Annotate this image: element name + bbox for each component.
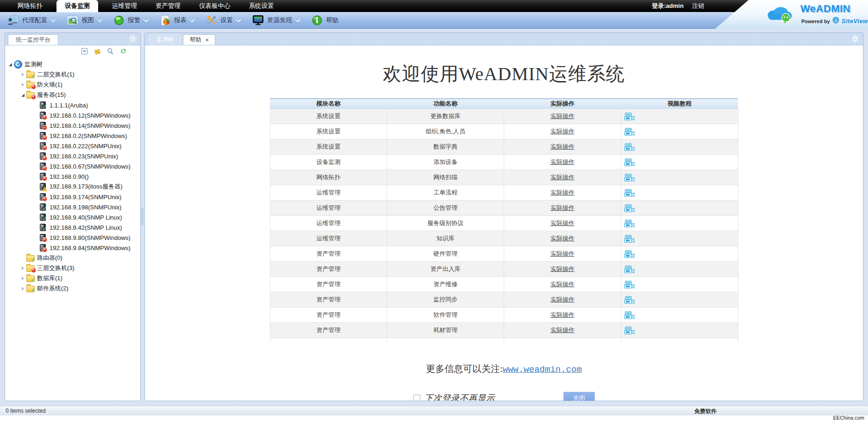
tree-item[interactable]: 192.168.9.40(SNMP Linux) (5, 212, 140, 222)
tree-item[interactable]: 192.168.9.198(SNMPUnix) (5, 202, 140, 212)
weadmin-link[interactable]: www.weadmin.com (503, 364, 582, 375)
collapse-icon[interactable] (81, 47, 88, 55)
toolbar-item-视图[interactable]: 视图 (67, 15, 101, 26)
tree-item[interactable]: 数据库(1) (5, 273, 140, 283)
video-tutorial-icon[interactable] (624, 113, 635, 120)
video-tutorial-icon[interactable] (624, 265, 635, 273)
expander-icon[interactable] (20, 92, 26, 98)
video-tutorial-icon[interactable] (624, 143, 635, 151)
video-tutorial-icon[interactable] (624, 128, 635, 136)
tab-帮助[interactable]: 帮助 (183, 34, 215, 45)
tree-item[interactable]: 监测树 (5, 59, 140, 69)
toolbar-item-设置[interactable]: 设置 (206, 15, 240, 26)
action-link[interactable]: 实际操作 (550, 327, 575, 333)
swap-arrows-icon[interactable] (94, 47, 101, 55)
panel-splitter[interactable] (141, 32, 144, 401)
menubar-item-仪表板中心[interactable]: 仪表板中心 (199, 0, 231, 12)
tree-item[interactable]: 192.168.0.2(SNMPWindows) (5, 131, 140, 141)
video-tutorial-icon[interactable] (624, 174, 635, 182)
action-link[interactable]: 实际操作 (550, 311, 575, 318)
video-tutorial-icon[interactable] (624, 281, 635, 289)
tree-item[interactable]: 192.168.0.90() (5, 171, 140, 182)
tree-item[interactable]: 192.168.0.67(SNMPWindows) (5, 161, 140, 171)
action-link[interactable]: 实际操作 (550, 235, 575, 242)
expander-icon[interactable] (20, 72, 26, 77)
video-tutorial-icon[interactable] (624, 311, 635, 319)
toolbar-item-帮助[interactable]: 帮助 (312, 15, 338, 26)
action-link[interactable]: 实际操作 (550, 250, 575, 257)
expander-icon[interactable] (20, 276, 26, 281)
video-tutorial-icon[interactable] (624, 220, 635, 227)
tree-item[interactable]: 192.168.0.23(SNMPUnix) (5, 151, 140, 161)
video-tutorial-icon[interactable] (624, 250, 635, 258)
action-link[interactable]: 实际操作 (550, 128, 575, 135)
tree-item[interactable]: 192.168.9.84(SNMPWindows) (5, 243, 140, 253)
tree-item[interactable]: 1.1.1.1(Aruba) (5, 100, 140, 110)
folder-check-icon (26, 275, 35, 282)
table-row: 资产管理资产出入库实际操作 (270, 262, 738, 277)
toolbar-item-资源发现[interactable]: 资源发现 (252, 15, 300, 26)
action-link[interactable]: 实际操作 (550, 189, 575, 196)
toolbar-item-报警[interactable]: 报警 (113, 15, 148, 26)
refresh-icon[interactable] (119, 47, 127, 55)
video-tutorial-icon[interactable] (624, 327, 635, 334)
menubar-item-运维管理[interactable]: 运维管理 (112, 0, 137, 12)
action-link[interactable]: 实际操作 (550, 174, 575, 181)
tab-unified-monitoring[interactable]: 统一监控平台 (8, 34, 58, 45)
main-panel: 帮助监测树 欢迎使用WeADMIN运维系统 (144, 32, 863, 401)
close-button[interactable]: 关闭 (563, 392, 595, 401)
tree-item[interactable]: 路由器(0) (5, 253, 140, 263)
tree-item[interactable]: 192.168.9.173(itoss服务器) (5, 182, 140, 192)
video-tutorial-icon[interactable] (624, 235, 635, 243)
tree-item[interactable]: 192.168.9.174(SNMPUnix) (5, 192, 140, 202)
expander-icon[interactable] (20, 82, 26, 88)
tree-item[interactable]: 192.168.0.222(SNMPUnix) (5, 141, 140, 151)
logout-link[interactable]: 注销 (692, 2, 704, 10)
toolbar-item-报表[interactable]: 报表 (160, 15, 194, 26)
menubar-item-网络拓扑[interactable]: 网络拓扑 (18, 0, 43, 12)
close-tab-icon[interactable] (206, 38, 208, 43)
menubar-item-系统设置[interactable]: 系统设置 (249, 0, 274, 12)
chevron-down-icon[interactable] (96, 17, 102, 23)
video-tutorial-icon[interactable] (624, 204, 635, 212)
tree-item[interactable]: 192.168.9.80(SNMPWindows) (5, 232, 140, 243)
action-link[interactable]: 实际操作 (550, 220, 575, 226)
video-tutorial-icon[interactable] (624, 296, 635, 304)
menubar-item-设备监测[interactable]: 设备监测 (56, 0, 98, 12)
action-link[interactable]: 实际操作 (550, 143, 575, 150)
toolbar-item-代理配置[interactable]: 代理配置 (7, 15, 55, 26)
tab-监测树[interactable]: 监测树 (150, 34, 181, 45)
tree-item[interactable]: 防火墙(1) (5, 80, 140, 90)
chevron-down-icon[interactable] (294, 17, 300, 23)
tree-item[interactable]: 192.168.0.12(SNMPWindows) (5, 110, 140, 120)
tree-item[interactable]: 192.168.0.14(SNMPWindows) (5, 120, 140, 131)
action-link[interactable]: 实际操作 (550, 296, 575, 303)
chevron-down-icon[interactable] (143, 17, 149, 23)
video-tutorial-icon[interactable] (624, 189, 635, 197)
zoom-search-icon[interactable] (106, 47, 114, 55)
chevron-down-icon[interactable] (50, 17, 56, 23)
action-link[interactable]: 实际操作 (550, 158, 575, 165)
gear-icon[interactable] (129, 35, 137, 44)
action-link[interactable]: 实际操作 (550, 204, 575, 211)
expander-icon[interactable] (20, 265, 26, 271)
menubar-item-资产管理[interactable]: 资产管理 (156, 0, 181, 12)
tree-item[interactable]: 服务器(15) (5, 90, 140, 100)
tree-item[interactable]: 邮件系统(2) (5, 283, 140, 294)
expander-placeholder (33, 143, 38, 149)
action-link[interactable]: 实际操作 (550, 265, 575, 272)
expander-icon[interactable] (20, 286, 26, 291)
gear-icon[interactable] (851, 35, 859, 44)
expander-icon[interactable] (8, 62, 13, 67)
tree-item[interactable]: 二层交换机(1) (5, 69, 140, 80)
toolbar-item-label: 设置 (220, 16, 233, 25)
chevron-down-icon[interactable] (235, 17, 241, 23)
chevron-down-icon[interactable] (189, 17, 195, 23)
action-link[interactable]: 实际操作 (550, 281, 575, 288)
video-tutorial-icon[interactable] (624, 158, 635, 166)
tree-item-label: 192.168.0.2(SNMPWindows) (50, 132, 127, 139)
tree-item[interactable]: 三层交换机(3) (5, 263, 140, 273)
tree-item[interactable]: 192.168.9.42(SNMP Linux) (5, 222, 140, 232)
dont-show-checkbox[interactable] (413, 395, 420, 401)
action-link[interactable]: 实际操作 (550, 113, 575, 119)
